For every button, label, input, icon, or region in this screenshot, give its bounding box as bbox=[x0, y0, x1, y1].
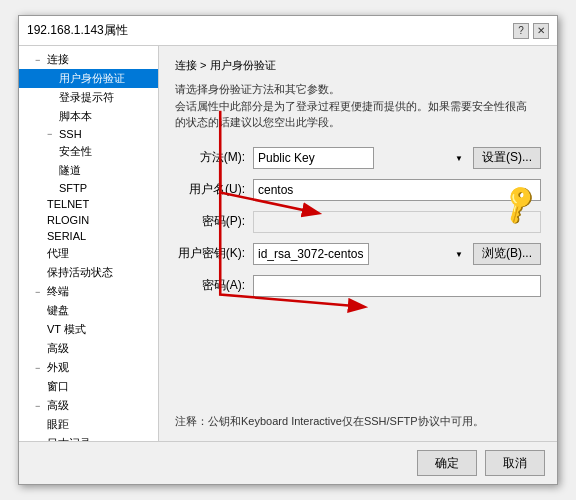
sidebar-label-window: 窗口 bbox=[47, 379, 69, 394]
method-row: 方法(M): Public Key Password Keyboard Inte… bbox=[175, 147, 541, 169]
sidebar-item-telnet[interactable]: TELNET bbox=[19, 196, 158, 212]
sidebar-label-proxy: 代理 bbox=[47, 246, 69, 261]
sidebar-item-user-auth[interactable]: 用户身份验证 bbox=[19, 69, 158, 88]
sidebar-item-serial[interactable]: SERIAL bbox=[19, 228, 158, 244]
sidebar-label-ssh: SSH bbox=[59, 128, 82, 140]
desc-line1: 请选择身份验证方法和其它参数。 bbox=[175, 81, 541, 98]
method-select[interactable]: Public Key Password Keyboard Interactive… bbox=[253, 147, 374, 169]
sidebar-label-keepalive: 保持活动状态 bbox=[47, 265, 113, 280]
sidebar-item-rlogin[interactable]: RLOGIN bbox=[19, 212, 158, 228]
sidebar-label-keyboard: 键盘 bbox=[47, 303, 69, 318]
username-row: 用户名(U): bbox=[175, 179, 541, 201]
sidebar-item-log[interactable]: 日志记录 bbox=[19, 434, 158, 441]
user-key-row: 用户密钥(K): id_rsa_3072-centos 浏览(B)... bbox=[175, 243, 541, 265]
sidebar-label-rlogin: RLOGIN bbox=[47, 214, 89, 226]
ok-button[interactable]: 确定 bbox=[417, 450, 477, 476]
title-bar: 192.168.1.143属性 ? ✕ bbox=[19, 16, 557, 46]
dialog-body: − 连接 用户身份验证 登录提示符 脚本本 − SSH 安全性 隧道 bbox=[19, 46, 557, 441]
passphrase-label: 密码(A): bbox=[175, 277, 245, 294]
sidebar-item-appearance[interactable]: − 外观 bbox=[19, 358, 158, 377]
cancel-button[interactable]: 取消 bbox=[485, 450, 545, 476]
main-content: 连接 > 用户身份验证 请选择身份验证方法和其它参数。 会话属性中此部分是为了登… bbox=[159, 46, 557, 441]
toggle-appearance: − bbox=[35, 363, 45, 373]
toggle-ssh: − bbox=[47, 129, 57, 139]
sidebar-label-serial: SERIAL bbox=[47, 230, 86, 242]
sidebar-label-vt-modes: VT 模式 bbox=[47, 322, 86, 337]
passphrase-control-wrap bbox=[253, 275, 541, 297]
breadcrumb: 连接 > 用户身份验证 bbox=[175, 58, 541, 73]
toggle-terminal: − bbox=[35, 287, 45, 297]
sidebar-label-login-hint: 登录提示符 bbox=[59, 90, 114, 105]
sidebar-label-advanced: 高级 bbox=[47, 341, 69, 356]
title-bar-buttons: ? ✕ bbox=[513, 23, 549, 39]
sidebar-item-terminal[interactable]: − 终端 bbox=[19, 282, 158, 301]
desc-line3: 的状态的话建议以您空出此学段。 bbox=[175, 114, 541, 131]
sidebar-item-tunnel[interactable]: 隧道 bbox=[19, 161, 158, 180]
sidebar-item-advanced[interactable]: 高级 bbox=[19, 339, 158, 358]
sidebar-label-appearance: 外观 bbox=[47, 360, 69, 375]
sidebar-item-hide[interactable]: 眼距 bbox=[19, 415, 158, 434]
desc-line2: 会话属性中此部分是为了登录过程更便捷而提供的。如果需要安全性很高 bbox=[175, 98, 541, 115]
key-icon-area: 🔑 bbox=[501, 186, 537, 222]
sidebar-label-script: 脚本本 bbox=[59, 109, 92, 124]
user-key-control-wrap: id_rsa_3072-centos 浏览(B)... bbox=[253, 243, 541, 265]
password-control-wrap bbox=[253, 211, 541, 233]
sidebar-item-ssh[interactable]: − SSH bbox=[19, 126, 158, 142]
password-input[interactable] bbox=[253, 211, 541, 233]
sidebar: − 连接 用户身份验证 登录提示符 脚本本 − SSH 安全性 隧道 bbox=[19, 46, 159, 441]
dialog-title: 192.168.1.143属性 bbox=[27, 22, 128, 39]
note-text: 注释：公钥和Keyboard Interactive仅在SSH/SFTP协议中可… bbox=[175, 414, 541, 429]
sidebar-item-login-hint[interactable]: 登录提示符 bbox=[19, 88, 158, 107]
method-label: 方法(M): bbox=[175, 149, 245, 166]
close-button[interactable]: ✕ bbox=[533, 23, 549, 39]
sidebar-label-user-auth: 用户身份验证 bbox=[59, 71, 125, 86]
form-area: 方法(M): Public Key Password Keyboard Inte… bbox=[175, 147, 541, 399]
sidebar-item-window[interactable]: 窗口 bbox=[19, 377, 158, 396]
dialog-footer: 确定 取消 bbox=[19, 441, 557, 484]
username-label: 用户名(U): bbox=[175, 181, 245, 198]
sidebar-label-security: 安全性 bbox=[59, 144, 92, 159]
user-key-select-wrap: id_rsa_3072-centos bbox=[253, 243, 467, 265]
passphrase-row: 密码(A): bbox=[175, 275, 541, 297]
sidebar-item-vt-modes[interactable]: VT 模式 bbox=[19, 320, 158, 339]
sidebar-label-telnet: TELNET bbox=[47, 198, 89, 210]
sidebar-item-script[interactable]: 脚本本 bbox=[19, 107, 158, 126]
sidebar-label-connect: 连接 bbox=[47, 52, 69, 67]
sidebar-item-connect[interactable]: − 连接 bbox=[19, 50, 158, 69]
key-icon: 🔑 bbox=[496, 181, 543, 227]
sidebar-item-advanced2[interactable]: − 高级 bbox=[19, 396, 158, 415]
sidebar-label-terminal: 终端 bbox=[47, 284, 69, 299]
browse-button[interactable]: 浏览(B)... bbox=[473, 243, 541, 265]
sidebar-item-keyboard[interactable]: 键盘 bbox=[19, 301, 158, 320]
sidebar-label-tunnel: 隧道 bbox=[59, 163, 81, 178]
sidebar-label-sftp: SFTP bbox=[59, 182, 87, 194]
sidebar-label-advanced2: 高级 bbox=[47, 398, 69, 413]
password-label: 密码(P): bbox=[175, 213, 245, 230]
user-key-select[interactable]: id_rsa_3072-centos bbox=[253, 243, 369, 265]
properties-dialog: 192.168.1.143属性 ? ✕ − 连接 用户身份验证 登录提示符 脚本… bbox=[18, 15, 558, 485]
sidebar-label-hide: 眼距 bbox=[47, 417, 69, 432]
help-button[interactable]: ? bbox=[513, 23, 529, 39]
sidebar-item-keepalive[interactable]: 保持活动状态 bbox=[19, 263, 158, 282]
method-select-wrap: Public Key Password Keyboard Interactive… bbox=[253, 147, 467, 169]
sidebar-item-proxy[interactable]: 代理 bbox=[19, 244, 158, 263]
sidebar-item-security[interactable]: 安全性 bbox=[19, 142, 158, 161]
passphrase-input[interactable] bbox=[253, 275, 541, 297]
password-row: 密码(P): bbox=[175, 211, 541, 233]
settings-button[interactable]: 设置(S)... bbox=[473, 147, 541, 169]
description: 请选择身份验证方法和其它参数。 会话属性中此部分是为了登录过程更便捷而提供的。如… bbox=[175, 81, 541, 131]
sidebar-item-sftp[interactable]: SFTP bbox=[19, 180, 158, 196]
toggle-advanced2: − bbox=[35, 401, 45, 411]
method-control-wrap: Public Key Password Keyboard Interactive… bbox=[253, 147, 541, 169]
user-key-label: 用户密钥(K): bbox=[175, 245, 245, 262]
toggle-connect: − bbox=[35, 55, 45, 65]
